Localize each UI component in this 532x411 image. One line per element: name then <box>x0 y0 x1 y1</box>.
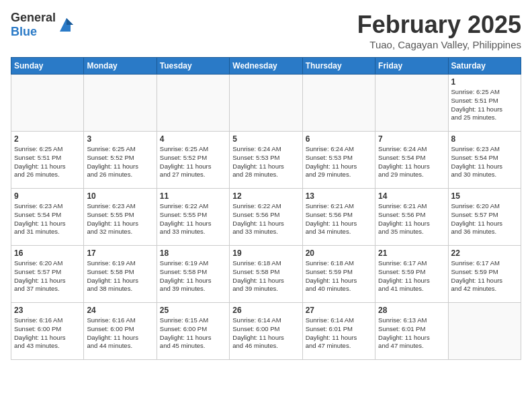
logo-icon <box>57 15 76 34</box>
day-info: Sunrise: 6:24 AM Sunset: 5:53 PM Dayligh… <box>306 145 372 179</box>
day-info: Sunrise: 6:25 AM Sunset: 5:51 PM Dayligh… <box>451 88 518 122</box>
day-info: Sunrise: 6:21 AM Sunset: 5:56 PM Dayligh… <box>378 202 445 236</box>
page-header: General Blue February 2025 Tuao, Cagayan… <box>11 11 521 50</box>
calendar-week-row: 1Sunrise: 6:25 AM Sunset: 5:51 PM Daylig… <box>11 75 521 132</box>
calendar-cell: 23Sunrise: 6:16 AM Sunset: 6:00 PM Dayli… <box>11 303 84 360</box>
day-number: 13 <box>306 191 372 201</box>
calendar-cell: 20Sunrise: 6:18 AM Sunset: 5:59 PM Dayli… <box>302 246 375 303</box>
day-number: 28 <box>378 306 445 315</box>
day-info: Sunrise: 6:18 AM Sunset: 5:58 PM Dayligh… <box>232 259 299 293</box>
calendar-cell: 25Sunrise: 6:15 AM Sunset: 6:00 PM Dayli… <box>157 303 229 360</box>
location-title: Tuao, Cagayan Valley, Philippines <box>357 39 521 50</box>
calendar-cell: 21Sunrise: 6:17 AM Sunset: 5:59 PM Dayli… <box>375 246 448 303</box>
day-number: 2 <box>14 134 81 144</box>
calendar-cell: 12Sunrise: 6:22 AM Sunset: 5:56 PM Dayli… <box>230 189 302 246</box>
day-number: 9 <box>14 191 81 201</box>
calendar-cell: 27Sunrise: 6:14 AM Sunset: 6:01 PM Dayli… <box>302 303 375 360</box>
day-info: Sunrise: 6:24 AM Sunset: 5:54 PM Dayligh… <box>378 145 445 179</box>
day-info: Sunrise: 6:20 AM Sunset: 5:57 PM Dayligh… <box>451 202 518 236</box>
calendar-week-row: 16Sunrise: 6:20 AM Sunset: 5:57 PM Dayli… <box>11 246 521 303</box>
day-number: 21 <box>378 248 445 258</box>
calendar-week-row: 2Sunrise: 6:25 AM Sunset: 5:51 PM Daylig… <box>11 132 521 189</box>
calendar-cell: 10Sunrise: 6:23 AM Sunset: 5:55 PM Dayli… <box>84 189 157 246</box>
calendar-cell: 9Sunrise: 6:23 AM Sunset: 5:54 PM Daylig… <box>11 189 84 246</box>
day-number: 7 <box>378 134 445 144</box>
day-number: 11 <box>160 191 226 201</box>
day-number: 8 <box>451 134 518 144</box>
calendar-week-row: 23Sunrise: 6:16 AM Sunset: 6:00 PM Dayli… <box>11 303 521 360</box>
calendar-day-header: Sunday <box>11 58 84 75</box>
calendar-cell: 11Sunrise: 6:22 AM Sunset: 5:55 PM Dayli… <box>157 189 229 246</box>
day-info: Sunrise: 6:16 AM Sunset: 6:00 PM Dayligh… <box>87 316 153 351</box>
day-number: 27 <box>306 306 372 315</box>
calendar-cell: 19Sunrise: 6:18 AM Sunset: 5:58 PM Dayli… <box>230 246 302 303</box>
calendar-cell <box>230 75 302 132</box>
calendar-cell: 22Sunrise: 6:17 AM Sunset: 5:59 PM Dayli… <box>448 246 521 303</box>
calendar-cell <box>448 303 521 360</box>
calendar-cell: 5Sunrise: 6:24 AM Sunset: 5:53 PM Daylig… <box>230 132 302 189</box>
calendar-cell: 8Sunrise: 6:23 AM Sunset: 5:54 PM Daylig… <box>448 132 521 189</box>
day-number: 16 <box>14 248 81 258</box>
calendar-cell: 17Sunrise: 6:19 AM Sunset: 5:58 PM Dayli… <box>84 246 157 303</box>
day-number: 18 <box>160 248 226 258</box>
calendar-cell: 14Sunrise: 6:21 AM Sunset: 5:56 PM Dayli… <box>375 189 448 246</box>
calendar-cell: 1Sunrise: 6:25 AM Sunset: 5:51 PM Daylig… <box>448 75 521 132</box>
day-info: Sunrise: 6:18 AM Sunset: 5:59 PM Dayligh… <box>306 259 372 293</box>
calendar-cell: 26Sunrise: 6:14 AM Sunset: 6:00 PM Dayli… <box>230 303 302 360</box>
day-info: Sunrise: 6:22 AM Sunset: 5:55 PM Dayligh… <box>160 202 226 236</box>
day-info: Sunrise: 6:17 AM Sunset: 5:59 PM Dayligh… <box>451 259 518 293</box>
day-number: 5 <box>232 134 299 144</box>
day-number: 19 <box>232 248 299 258</box>
day-info: Sunrise: 6:23 AM Sunset: 5:55 PM Dayligh… <box>87 202 153 236</box>
day-info: Sunrise: 6:17 AM Sunset: 5:59 PM Dayligh… <box>378 259 445 293</box>
day-number: 15 <box>451 191 518 201</box>
calendar-cell <box>375 75 448 132</box>
day-number: 14 <box>378 191 445 201</box>
day-info: Sunrise: 6:14 AM Sunset: 6:00 PM Dayligh… <box>232 316 299 351</box>
day-number: 4 <box>160 134 226 144</box>
calendar-day-header: Tuesday <box>157 58 229 75</box>
day-number: 26 <box>232 306 299 315</box>
title-block: February 2025 Tuao, Cagayan Valley, Phil… <box>357 11 521 50</box>
calendar-cell: 2Sunrise: 6:25 AM Sunset: 5:51 PM Daylig… <box>11 132 84 189</box>
month-title: February 2025 <box>357 11 521 39</box>
logo-blue: Blue <box>11 25 37 38</box>
calendar-cell: 7Sunrise: 6:24 AM Sunset: 5:54 PM Daylig… <box>375 132 448 189</box>
calendar-cell <box>302 75 375 132</box>
calendar-cell <box>84 75 157 132</box>
day-info: Sunrise: 6:25 AM Sunset: 5:52 PM Dayligh… <box>87 145 153 179</box>
calendar-day-header: Thursday <box>302 58 375 75</box>
day-number: 10 <box>87 191 153 201</box>
day-info: Sunrise: 6:14 AM Sunset: 6:01 PM Dayligh… <box>306 316 372 351</box>
calendar-cell: 24Sunrise: 6:16 AM Sunset: 6:00 PM Dayli… <box>84 303 157 360</box>
calendar-cell: 4Sunrise: 6:25 AM Sunset: 5:52 PM Daylig… <box>157 132 229 189</box>
day-info: Sunrise: 6:19 AM Sunset: 5:58 PM Dayligh… <box>160 259 226 293</box>
calendar-cell: 15Sunrise: 6:20 AM Sunset: 5:57 PM Dayli… <box>448 189 521 246</box>
calendar-cell: 16Sunrise: 6:20 AM Sunset: 5:57 PM Dayli… <box>11 246 84 303</box>
logo: General Blue <box>11 11 76 39</box>
calendar-table: SundayMondayTuesdayWednesdayThursdayFrid… <box>11 57 521 360</box>
day-info: Sunrise: 6:16 AM Sunset: 6:00 PM Dayligh… <box>14 316 81 351</box>
calendar-header-row: SundayMondayTuesdayWednesdayThursdayFrid… <box>11 58 521 75</box>
day-info: Sunrise: 6:19 AM Sunset: 5:58 PM Dayligh… <box>87 259 153 293</box>
day-info: Sunrise: 6:20 AM Sunset: 5:57 PM Dayligh… <box>14 259 81 293</box>
day-info: Sunrise: 6:23 AM Sunset: 5:54 PM Dayligh… <box>451 145 518 179</box>
day-info: Sunrise: 6:23 AM Sunset: 5:54 PM Dayligh… <box>14 202 81 236</box>
day-number: 20 <box>306 248 372 258</box>
calendar-cell <box>157 75 229 132</box>
day-number: 12 <box>232 191 299 201</box>
day-number: 1 <box>451 77 518 87</box>
calendar-day-header: Saturday <box>448 58 521 75</box>
day-number: 22 <box>451 248 518 258</box>
day-number: 23 <box>14 306 81 315</box>
day-info: Sunrise: 6:24 AM Sunset: 5:53 PM Dayligh… <box>232 145 299 179</box>
day-info: Sunrise: 6:13 AM Sunset: 6:01 PM Dayligh… <box>378 316 445 351</box>
day-number: 3 <box>87 134 153 144</box>
calendar-cell <box>11 75 84 132</box>
day-number: 24 <box>87 306 153 315</box>
day-info: Sunrise: 6:25 AM Sunset: 5:52 PM Dayligh… <box>160 145 226 179</box>
day-number: 17 <box>87 248 153 258</box>
day-number: 6 <box>306 134 372 144</box>
logo-general: General <box>11 11 56 24</box>
svg-marker-1 <box>66 18 73 25</box>
